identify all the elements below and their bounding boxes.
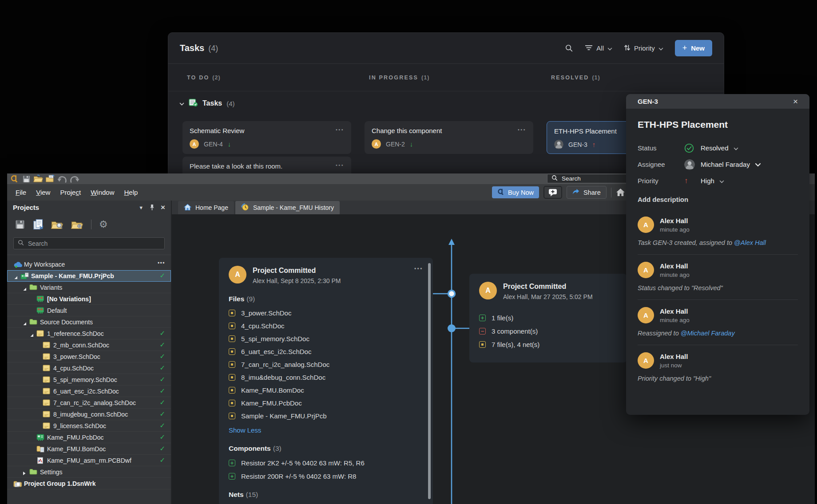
comment-header: AAlex Hallminute ago [638, 217, 798, 233]
tree-item[interactable]: Kame_FMU.BomDoc✓ [7, 443, 171, 455]
show-less-link[interactable]: Show Less [229, 426, 423, 434]
file-row: Kame_FMU.PcbDoc [229, 397, 423, 410]
column-todo: TO DO(2) [168, 64, 350, 91]
more-options-icon[interactable]: ••• [336, 127, 344, 132]
menu-help[interactable]: Help [119, 189, 143, 196]
share-button[interactable]: Share [567, 186, 607, 199]
tree-item[interactable]: 7_can_rc_i2c_analog.SchDoc✓ [7, 397, 171, 409]
tree-item[interactable]: Project Group 1.DsnWrk [7, 478, 171, 489]
mention-link[interactable]: @Michael Faraday [681, 330, 735, 337]
comment: AAlex Hallminute agoStatus changed to "R… [638, 255, 798, 300]
tree-expanded-arrow-icon[interactable] [14, 274, 18, 281]
checkmark-icon: ✓ [159, 410, 165, 418]
sort-dropdown[interactable]: Priority [624, 44, 663, 52]
schdoc-icon [43, 365, 50, 371]
nets-section-heading: Nets(15) [229, 491, 423, 499]
tree-item[interactable]: 2_mb_conn.SchDoc✓ [7, 339, 171, 351]
settings-gear-icon[interactable]: ⚙ [99, 220, 108, 229]
priority-field[interactable]: Priority ↑ High [638, 173, 798, 189]
save-icon[interactable] [15, 219, 25, 230]
task-card-gen-2[interactable]: Change this component••• A GEN-2 ↓ [365, 121, 533, 154]
comment-author-wrap: Alex Halljust now [660, 353, 688, 369]
tree-item-label: 1_reference.SchDoc [47, 330, 104, 337]
tree-item[interactable]: Kame_FMU.PcbDoc✓ [7, 432, 171, 443]
open-document-icon[interactable] [45, 174, 56, 184]
panel-dropdown-icon[interactable]: ▼ [139, 205, 143, 210]
menu-window[interactable]: Window [86, 189, 119, 196]
tree-item[interactable]: 5_spi_memory.SchDoc✓ [7, 374, 171, 386]
tree-collapsed-arrow-icon[interactable] [23, 470, 26, 477]
tree-item[interactable]: Kame_FMU_asm_rm.PCBDwf✓ [7, 455, 171, 466]
status-field[interactable]: Status Resolved [638, 140, 798, 156]
tab-history[interactable]: Sample - Kame_FMU History [235, 201, 340, 214]
tree-item[interactable]: [No Variations] [7, 293, 171, 305]
tree-item[interactable]: Settings [7, 466, 171, 478]
checkmark-icon: ✓ [159, 341, 165, 349]
more-options-icon[interactable]: ••• [158, 260, 165, 266]
scrollbar[interactable] [428, 263, 431, 499]
comment-author: Alex Hall [660, 307, 690, 315]
comment-body: Priority changed to "High" [638, 375, 798, 382]
pin-icon[interactable] [150, 204, 155, 211]
project-tree: My Workspace•••Sample - Kame_FMU.PrjPcb✓… [7, 255, 171, 504]
tasks-group-row[interactable]: Tasks (4) [179, 98, 235, 109]
tree-expanded-arrow-icon[interactable] [23, 320, 27, 327]
new-task-button[interactable]: + New [675, 40, 712, 56]
tree-item[interactable]: 1_reference.SchDoc✓ [7, 328, 171, 339]
tree-item[interactable]: 8_imudebug_conn.SchDoc✓ [7, 409, 171, 420]
add-comment-button[interactable] [543, 186, 562, 199]
filter-dropdown[interactable]: All [585, 44, 612, 52]
tree-item[interactable]: Variants [7, 282, 171, 293]
removed-icon: − [479, 328, 486, 335]
comment-author: Alex Hall [660, 217, 690, 224]
project-options-folder-icon[interactable] [71, 219, 83, 230]
mention-link[interactable]: @Alex Hall [734, 239, 766, 246]
search-icon[interactable] [565, 44, 573, 52]
save-icon[interactable] [21, 174, 32, 184]
modified-file-icon [229, 323, 235, 329]
sort-label: Priority [634, 44, 655, 52]
tree-item[interactable]: My Workspace••• [7, 259, 171, 270]
comment-header: AAlex Hallminute ago [638, 307, 798, 323]
add-description-link[interactable]: Add description [638, 196, 798, 203]
menu-file[interactable]: File [11, 189, 31, 196]
more-options-icon[interactable]: ••• [518, 127, 526, 132]
chevron-down-icon [658, 44, 663, 52]
assignee-field[interactable]: Assignee Michael Faraday [638, 156, 798, 173]
comment-author-wrap: Alex Hallminute ago [660, 307, 690, 323]
task-card-gen-4[interactable]: Schematic Review••• A GEN-4 ↓ [182, 121, 351, 154]
tree-item[interactable]: 3_power.SchDoc✓ [7, 351, 171, 362]
tree-item-label: [No Variations] [47, 295, 91, 303]
undo-icon[interactable] [57, 174, 67, 184]
tree-item[interactable]: Default [7, 305, 171, 316]
tasks-board-title-wrap: Tasks(4) [180, 43, 218, 53]
tree-expanded-arrow-icon[interactable] [23, 285, 27, 292]
close-icon[interactable]: × [161, 204, 165, 211]
file-name: Kame_FMU.PcbDoc [241, 399, 302, 407]
close-icon[interactable]: × [793, 97, 798, 106]
tree-item[interactable]: 9_licenses.SchDoc✓ [7, 420, 171, 432]
compile-documents-icon[interactable] [33, 219, 44, 230]
more-options-icon[interactable]: ••• [414, 266, 423, 272]
modified-file-icon [229, 400, 235, 406]
tree-item[interactable]: Source Documents [7, 316, 171, 328]
more-options-icon[interactable]: ••• [336, 162, 344, 168]
buy-now-button[interactable]: Buy Now [492, 186, 539, 198]
projects-search-field[interactable]: Search [13, 237, 165, 249]
checkmark-icon: ✓ [159, 272, 165, 280]
home-icon[interactable] [616, 188, 625, 197]
tree-item[interactable]: Sample - Kame_FMU.PrjPcb✓ [7, 270, 171, 282]
menu-view[interactable]: View [31, 189, 55, 196]
tree-item[interactable]: 4_cpu.SchDoc✓ [7, 362, 171, 374]
files-section-heading: Files(9) [229, 295, 423, 303]
tab-home-page[interactable]: Home Page [178, 201, 234, 214]
redo-icon[interactable] [69, 174, 79, 184]
folder-icon [29, 284, 37, 291]
menu-project[interactable]: Project [55, 189, 86, 196]
priority-high-icon: ↑ [684, 177, 701, 185]
tree-expanded-arrow-icon[interactable] [30, 331, 34, 339]
explore-folder-icon[interactable] [51, 219, 63, 230]
tree-item[interactable]: 6_uart_esc_i2c.SchDoc✓ [7, 386, 171, 397]
open-folder-icon[interactable] [33, 174, 44, 184]
comment-time: minute ago [660, 226, 690, 233]
